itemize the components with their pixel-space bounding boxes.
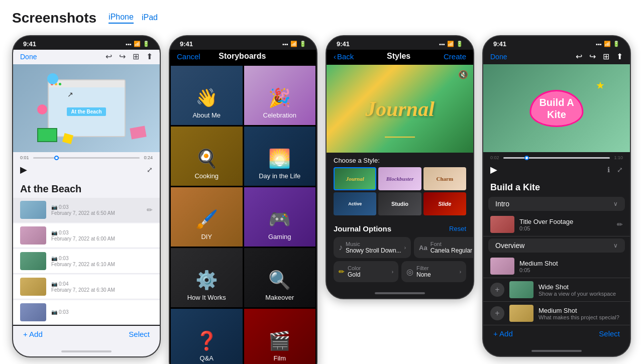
phone4-home-indicator [483, 346, 630, 356]
clip-item[interactable]: 📷 0:03 [13, 300, 160, 325]
done-button[interactable]: Done [490, 53, 507, 61]
makeover-icon: 🔍 [268, 270, 291, 291]
storyboard-celebration[interactable]: 🎉 Celebration [244, 66, 316, 125]
timeline-scrubber[interactable] [503, 157, 610, 159]
storyboard-about[interactable]: 👋 About Me [171, 66, 243, 125]
clip4-item[interactable]: Title Over Footage 0:05 ✏ [483, 213, 630, 236]
style-studio[interactable]: Studio [378, 192, 421, 215]
timeline-start: 0:01 [20, 155, 29, 160]
redo-icon[interactable]: ↪ [589, 52, 596, 61]
storyboard-cooking[interactable]: 🍳 Cooking [171, 127, 243, 186]
expand-icon[interactable]: ⤢ [617, 166, 623, 174]
clip4-thumb-1 [490, 216, 514, 233]
style-journal[interactable]: Journal [334, 167, 376, 190]
signal-icon: ▪▪▪ [282, 41, 288, 47]
redo-icon[interactable]: ↪ [119, 52, 126, 61]
phone1-bottom-bar: + Add Select [13, 326, 160, 346]
storyboard-qa[interactable]: ❓ Q&A [171, 309, 243, 364]
storyboard-daylife[interactable]: 🌅 Day in the Life [244, 127, 316, 186]
info-icon[interactable]: ℹ [607, 166, 610, 174]
cancel-button[interactable]: Cancel [177, 52, 200, 61]
add-button[interactable]: + Add [493, 329, 513, 338]
share-icon[interactable]: ⬆ [616, 52, 623, 61]
diy-label: DIY [201, 233, 212, 240]
clip-item[interactable]: 📷 0:04 February 7, 2022 at 6:30 AM [13, 275, 160, 299]
add-clip-button-1[interactable]: + [490, 283, 504, 297]
journal-preview-overlay: Journal [327, 65, 473, 153]
filter-label: Filter [416, 265, 457, 271]
font-option[interactable]: Aa Font Canela Regular › [414, 237, 474, 258]
cursor: ↗ [67, 90, 73, 98]
style-active[interactable]: Active [334, 192, 376, 215]
journal-title: Journal [365, 97, 435, 121]
play-button[interactable]: ▶ [20, 164, 27, 175]
fullscreen-button[interactable]: ⤢ [147, 166, 153, 174]
undo-icon[interactable]: ↩ [576, 52, 582, 61]
clip4-info-4: Medium Shot What makes this project spec… [539, 307, 623, 320]
clip-info-1: 📷 0:03 February 7, 2022 at 6:50 AM [51, 204, 147, 216]
color-option[interactable]: ✏ Color Gold › [334, 261, 398, 282]
tab-iphone[interactable]: iPhone [109, 13, 134, 24]
aspect-ratio-icon[interactable]: ⊞ [133, 52, 139, 61]
add-button[interactable]: + Add [23, 330, 43, 338]
storyboard-makeover[interactable]: 🔍 Makeover [244, 248, 316, 307]
clip-item[interactable]: 📷 0:03 February 7, 2022 at 6:00 AM [13, 223, 160, 248]
intro-section-header[interactable]: Intro ∨ [488, 197, 625, 211]
phone1-home-indicator [13, 346, 160, 356]
back-button[interactable]: ‹ Back [334, 52, 354, 61]
mute-icon[interactable]: 🔇 [458, 70, 468, 79]
timeline-scrubber[interactable] [33, 157, 140, 159]
clip4-info-3: Wide Shot Show a view of your workspace [539, 283, 623, 297]
phone1-timeline[interactable]: 0:01 0:24 [13, 152, 160, 162]
clip-edit-icon-1[interactable]: ✏ [147, 206, 153, 214]
beach-label: At the Beach [67, 107, 105, 116]
phone1-content: At the Beach 📷 0:03 February 7, 2022 at … [13, 179, 160, 325]
phone4-nav: Done ↩ ↪ ⊞ ⬆ [483, 50, 630, 64]
storyboard-diy[interactable]: 🖌️ DIY [171, 187, 243, 247]
film-icon: 🎬 [268, 330, 291, 351]
about-icon: 👋 [195, 87, 218, 108]
music-value: Snowy Stroll Down... [346, 247, 401, 254]
phone4-timeline[interactable]: 0:02 1:10 [483, 152, 630, 162]
filter-option[interactable]: ◎ Filter None › [401, 261, 466, 282]
add-clip-button-2[interactable]: + [490, 306, 504, 320]
storyboard-howitworks[interactable]: ⚙️ How It Works [171, 248, 243, 307]
phone-2-frame: 9:41 ▪▪▪ 📶 🔋 Cancel Storyboards 👋 About … [169, 35, 317, 364]
phone4-content: Build a Kite Intro ∨ Title Over Footage … [483, 178, 630, 325]
style-photo[interactable]: Blockbuster [378, 167, 421, 190]
music-text: Music Snowy Stroll Down... [346, 241, 401, 254]
clip-duration-4: 0:04 [59, 281, 68, 287]
clip4-subtitle-3: Show a view of your workspace [539, 291, 623, 297]
select-button[interactable]: Select [599, 329, 620, 338]
color-value: Gold [348, 271, 389, 278]
done-button[interactable]: Done [20, 53, 37, 61]
tab-ipad[interactable]: iPad [142, 13, 158, 23]
aspect-ratio-icon[interactable]: ⊞ [603, 52, 609, 61]
create-button[interactable]: Create [444, 52, 466, 61]
clip4-edit-icon[interactable]: ✏ [617, 220, 623, 228]
wifi-icon: 📶 [290, 41, 297, 47]
clip4-item[interactable]: + Wide Shot Show a view of your workspac… [483, 278, 630, 302]
timeline-playhead[interactable] [54, 156, 59, 160]
clip-item[interactable]: 📷 0:03 February 7, 2022 at 6:10 AM [13, 249, 160, 274]
clip-item[interactable]: 📷 0:03 February 7, 2022 at 6:50 AM ✏ [13, 198, 160, 222]
share-icon[interactable]: ⬆ [146, 52, 153, 61]
timeline-playhead[interactable] [524, 156, 529, 160]
signal-icon: ▪▪▪ [596, 41, 602, 47]
select-button[interactable]: Select [129, 330, 150, 338]
overview-section-header[interactable]: Overview ∨ [488, 238, 625, 253]
style-charm[interactable]: Charm [423, 167, 466, 190]
play-button[interactable]: ▶ [490, 164, 497, 175]
journal-line [385, 137, 415, 138]
storyboard-gaming[interactable]: 🎮 Gaming [244, 187, 316, 247]
camera-icon: 📷 [51, 230, 57, 235]
undo-icon[interactable]: ↩ [105, 52, 112, 61]
reset-button[interactable]: Reset [449, 225, 466, 232]
diy-icon: 🖌️ [195, 209, 218, 230]
storyboard-film[interactable]: 🎬 Film [244, 309, 316, 364]
clip4-item[interactable]: + Medium Shot What makes this project sp… [483, 302, 630, 325]
music-option[interactable]: ♪ Music Snowy Stroll Down... › [334, 237, 411, 258]
clip4-item[interactable]: Medium Shot 0:05 [483, 255, 630, 278]
style-slide[interactable]: Slide [423, 192, 466, 215]
phone4-status-bar: 9:41 ▪▪▪ 📶 🔋 [483, 36, 630, 50]
